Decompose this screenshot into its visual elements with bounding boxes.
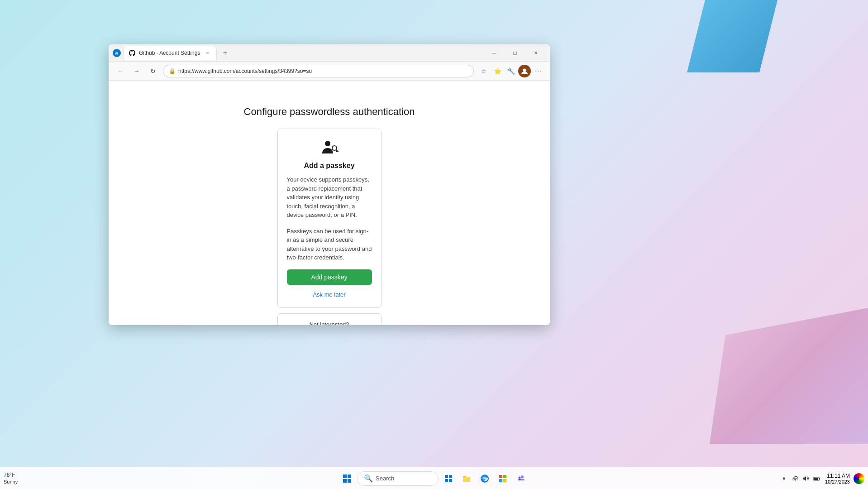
svg-point-21 xyxy=(521,475,524,478)
svg-rect-18 xyxy=(503,475,506,478)
tray-icons: ∧ xyxy=(780,474,821,483)
svg-point-3 xyxy=(325,141,330,146)
not-interested-card: Not interested? Don't ask again for this… xyxy=(277,313,382,326)
card-description-1: Your device supports passkeys, a passwor… xyxy=(287,175,372,220)
background-shape-pink xyxy=(710,308,868,444)
new-tab-button[interactable]: + xyxy=(219,47,231,59)
url-text: https://www.github.com/accounts/settings… xyxy=(178,68,312,74)
svg-rect-19 xyxy=(499,479,502,482)
clock-date: 10/27/2023 xyxy=(825,479,850,484)
not-interested-title: Not interested? xyxy=(287,321,372,326)
svg-rect-10 xyxy=(348,479,351,483)
edge-browser-icon: e xyxy=(112,48,121,58)
add-passkey-card: Add a passkey Your device supports passk… xyxy=(277,129,382,308)
wifi-icon[interactable] xyxy=(791,474,800,483)
svg-rect-8 xyxy=(348,475,351,478)
svg-rect-13 xyxy=(445,479,448,482)
title-bar: e Github - Account Settings × + ─ □ × xyxy=(109,44,550,62)
widgets-button[interactable] xyxy=(440,470,457,487)
tab-bar: e Github - Account Settings × + xyxy=(112,46,482,60)
svg-rect-14 xyxy=(449,479,452,482)
taskbar-right: ∧ xyxy=(780,473,864,484)
page-content: Configure passwordless authentication Ad… xyxy=(109,81,550,325)
svg-text:e: e xyxy=(115,50,118,57)
more-options-icon[interactable]: ⋯ xyxy=(532,65,544,77)
svg-rect-17 xyxy=(499,475,502,478)
svg-point-22 xyxy=(519,476,521,479)
svg-rect-7 xyxy=(343,475,347,478)
search-icon: 🔍 xyxy=(364,474,373,483)
volume-icon[interactable] xyxy=(801,474,811,483)
minimize-button[interactable]: ─ xyxy=(484,46,505,60)
svg-rect-25 xyxy=(814,478,818,480)
svg-rect-20 xyxy=(503,479,506,482)
svg-point-23 xyxy=(795,480,796,481)
windows-colorful-icon[interactable] xyxy=(854,473,864,484)
extensions-icon[interactable]: 🔧 xyxy=(505,65,517,77)
battery-icon[interactable] xyxy=(812,474,821,483)
microsoft-store-button[interactable] xyxy=(495,470,511,487)
taskbar-search-bar[interactable]: 🔍 Search xyxy=(357,471,439,486)
collections-icon[interactable]: ⭐ xyxy=(491,65,504,77)
svg-rect-26 xyxy=(819,478,820,479)
taskbar-left: 78°F Sunny xyxy=(4,472,25,485)
passkey-icon xyxy=(320,138,339,156)
profile-button[interactable] xyxy=(518,65,531,77)
browser-tab-active[interactable]: Github - Account Settings × xyxy=(123,46,217,60)
tab-title: Github - Account Settings xyxy=(139,50,200,56)
search-label: Search xyxy=(376,475,394,482)
url-bar[interactable]: 🔒 https://www.github.com/accounts/settin… xyxy=(163,65,474,77)
address-bar: ← → ↻ 🔒 https://www.github.com/accounts/… xyxy=(109,62,550,81)
toolbar-actions: ☆ ⭐ 🔧 ⋯ xyxy=(477,65,544,77)
svg-rect-11 xyxy=(445,475,448,478)
weather-condition: Sunny xyxy=(4,479,18,485)
weather-widget[interactable]: 78°F Sunny xyxy=(4,472,18,485)
system-clock[interactable]: 11:11 AM 10/27/2023 xyxy=(825,473,850,484)
browser-window: e Github - Account Settings × + ─ □ × ← … xyxy=(109,44,550,325)
teams-button[interactable] xyxy=(513,470,529,487)
back-button[interactable]: ← xyxy=(114,65,127,77)
taskbar-center: 🔍 Search xyxy=(339,470,529,487)
background-shape-blue xyxy=(687,0,777,72)
ask-later-link[interactable]: Ask me later xyxy=(313,291,345,298)
svg-point-16 xyxy=(482,477,487,479)
forward-button[interactable]: → xyxy=(130,65,143,77)
card-title: Add a passkey xyxy=(287,162,372,170)
chevron-up-icon[interactable]: ∧ xyxy=(780,474,789,483)
weather-temperature: 78°F xyxy=(4,472,18,479)
windows-start-button[interactable] xyxy=(339,470,355,487)
edge-browser-button[interactable] xyxy=(477,470,493,487)
close-button[interactable]: × xyxy=(525,46,546,60)
clock-time: 11:11 AM xyxy=(825,473,850,479)
maximize-button[interactable]: □ xyxy=(505,46,525,60)
svg-rect-12 xyxy=(449,475,452,478)
add-passkey-button[interactable]: Add passkey xyxy=(287,269,372,285)
window-controls: ─ □ × xyxy=(484,46,546,60)
taskbar: 78°F Sunny 🔍 Search xyxy=(0,467,868,489)
tab-close-button[interactable]: × xyxy=(204,49,211,57)
card-description-2: Passkeys can be used for sign-in as a si… xyxy=(287,227,372,262)
file-explorer-button[interactable] xyxy=(458,470,475,487)
svg-line-6 xyxy=(336,151,337,152)
github-favicon xyxy=(129,50,135,56)
lock-icon: 🔒 xyxy=(169,68,176,74)
svg-point-2 xyxy=(523,68,526,72)
page-title: Configure passwordless authentication xyxy=(244,106,415,118)
favorites-star-icon[interactable]: ☆ xyxy=(477,65,490,77)
svg-rect-9 xyxy=(343,479,347,483)
refresh-button[interactable]: ↻ xyxy=(147,65,159,77)
